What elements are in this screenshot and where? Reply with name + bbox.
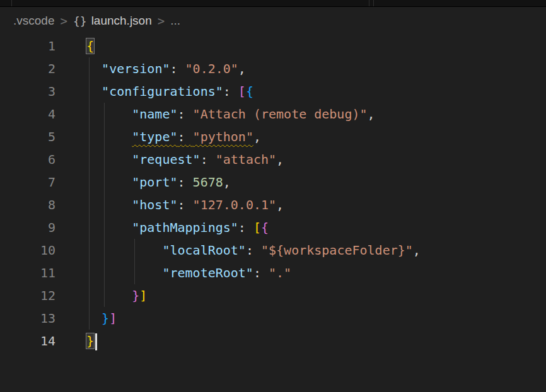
code-token: "pathMappings" (132, 220, 238, 235)
code-token (86, 288, 132, 303)
indent-guide (89, 262, 90, 284)
breadcrumb-folder[interactable]: .vscode (13, 14, 54, 28)
indent-guide (89, 216, 90, 239)
line-number[interactable]: 14 (0, 330, 55, 352)
indent-guide (89, 57, 90, 80)
code-token: } (102, 311, 109, 326)
editor[interactable]: 1{2 "version": "0.2.0",3 "configurations… (0, 35, 546, 352)
chevron-right-icon: > (60, 14, 67, 28)
code-token: : (223, 84, 238, 99)
text-cursor (95, 333, 97, 350)
code-text: }] (86, 307, 546, 330)
code-line[interactable]: 13 }] (0, 307, 546, 330)
code-line[interactable]: 3 "configurations": [{ (0, 80, 546, 103)
code-token: "configurations" (102, 84, 223, 99)
indent-guide (104, 239, 105, 262)
code-token: : (170, 61, 185, 76)
tab-separator (373, 0, 374, 6)
code-text: "pathMappings": [{ (86, 216, 546, 239)
line-number[interactable]: 3 (0, 80, 55, 103)
code-token: "port" (132, 175, 177, 190)
code-token: "host" (132, 197, 177, 212)
indent-guide (104, 216, 105, 239)
tab-separator (369, 0, 369, 6)
code-line[interactable]: 4 "name": "Attach (remote debug)", (0, 103, 546, 125)
code-line[interactable]: 7 "port": 5678, (0, 171, 546, 193)
code-token: , (276, 197, 284, 212)
code-token: { (246, 84, 253, 99)
code-token: "${workspaceFolder}" (261, 243, 413, 258)
code-line[interactable]: 11 "remoteRoot": "." (0, 262, 546, 284)
line-number[interactable]: 10 (0, 239, 55, 262)
line-number[interactable]: 11 (0, 262, 55, 284)
code-token: , (413, 243, 421, 258)
code-text: } (86, 330, 546, 352)
code-line[interactable]: 12 }] (0, 284, 546, 307)
line-number[interactable]: 7 (0, 171, 55, 193)
chevron-right-icon: > (158, 14, 165, 28)
indent-guide (104, 148, 105, 171)
indent-guide (89, 171, 90, 193)
indent-guide (89, 239, 90, 262)
code-line[interactable]: 1{ (0, 35, 546, 57)
code-token: "remoteRoot" (162, 265, 253, 280)
tab-bar-edge (0, 0, 546, 7)
code-token: , (238, 61, 246, 76)
code-token: "Attach (remote debug)" (193, 107, 368, 122)
indent-guide (134, 239, 135, 262)
code-line[interactable]: 8 "host": "127.0.0.1", (0, 193, 546, 216)
code-line[interactable]: 14} (0, 330, 546, 352)
line-number[interactable]: 2 (0, 57, 55, 80)
code-token: [ (238, 84, 246, 99)
line-number[interactable]: 1 (0, 35, 55, 57)
line-number[interactable]: 6 (0, 148, 55, 171)
code-token: : (253, 265, 269, 280)
code-token: : (178, 197, 193, 212)
code-text: "remoteRoot": "." (86, 262, 546, 284)
code-line[interactable]: 2 "version": "0.2.0", (0, 57, 546, 80)
code-token: { (261, 220, 269, 235)
breadcrumb-symbol-ellipsis[interactable]: ... (170, 14, 180, 28)
code-token (86, 265, 162, 280)
line-number[interactable]: 4 (0, 103, 55, 125)
code-token: : (200, 152, 216, 167)
code-token: : (238, 220, 253, 235)
code-line[interactable]: 9 "pathMappings": [{ (0, 216, 546, 239)
code-line[interactable]: 6 "request": "attach", (0, 148, 546, 171)
code-token: "0.2.0" (185, 61, 238, 76)
indent-guide (104, 171, 105, 193)
indent-guide (104, 262, 105, 284)
tab-separator (11, 0, 12, 6)
code-token: : (178, 107, 193, 122)
line-number[interactable]: 9 (0, 216, 55, 239)
code-token: } (132, 288, 139, 303)
indent-guide (89, 103, 90, 125)
code-token: "python" (193, 129, 253, 144)
line-number[interactable]: 13 (0, 307, 55, 330)
code-line[interactable]: 10 "localRoot": "${workspaceFolder}", (0, 239, 546, 262)
code-text: { (86, 35, 546, 57)
indent-guide (134, 262, 135, 284)
code-text: "request": "attach", (86, 148, 546, 171)
line-number[interactable]: 8 (0, 193, 55, 216)
code-token: "127.0.0.1" (193, 197, 276, 212)
code-token: ] (139, 288, 147, 303)
breadcrumb-file[interactable]: launch.json (91, 14, 152, 28)
indent-guide (89, 80, 90, 103)
code-token: , (253, 129, 261, 144)
code-text: "configurations": [{ (86, 80, 546, 103)
indent-guide (104, 103, 105, 125)
code-line[interactable]: 5 "type": "python", (0, 125, 546, 148)
code-token: "request" (132, 152, 200, 167)
code-token (86, 197, 132, 212)
code-token: "type" (132, 129, 177, 144)
code-text: "port": 5678, (86, 171, 546, 193)
code-token (86, 220, 132, 235)
line-number[interactable]: 12 (0, 284, 55, 307)
indent-guide (104, 125, 105, 148)
code-token: : (178, 129, 193, 144)
code-text: }] (86, 284, 546, 307)
indent-guide (104, 284, 105, 307)
line-number[interactable]: 5 (0, 125, 55, 148)
code-text: "type": "python", (86, 125, 546, 148)
